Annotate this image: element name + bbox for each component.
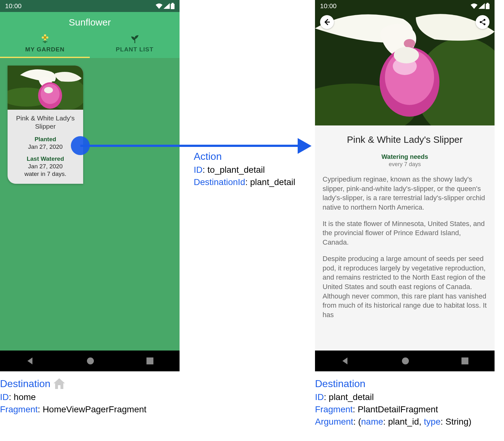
annotation-value: to_plant_detail (208, 165, 265, 175)
annotation-key: Fragment (0, 404, 38, 414)
battery-icon (486, 3, 490, 9)
annotation-key: Fragment (315, 404, 353, 414)
arrow-left-icon (323, 18, 331, 26)
tab-plant-list[interactable]: PLANT LIST (90, 32, 180, 58)
svg-point-27 (480, 21, 482, 23)
svg-rect-15 (146, 357, 153, 364)
status-time: 10:00 (320, 2, 337, 10)
svg-rect-0 (171, 4, 175, 9)
svg-point-5 (42, 37, 44, 39)
svg-point-14 (87, 357, 94, 364)
annotation-heading: Destination (315, 377, 472, 391)
app-bar: Sunflower MY GARDEN PLANT LIST (0, 12, 180, 58)
app-title: Sunflower (0, 17, 180, 32)
wifi-icon (156, 3, 163, 9)
svg-rect-30 (461, 357, 468, 364)
annotation-key: ID (315, 392, 324, 402)
destination-right-annotation: Destination ID: plant_detail Fragment: P… (315, 377, 472, 428)
status-icons (156, 3, 175, 9)
annotation-value: plant_detail (250, 177, 295, 187)
plant-detail-title: Pink & White Lady's Slipper (323, 134, 487, 145)
svg-point-19 (404, 39, 415, 48)
card-body: Pink & White Lady's Slipper Planted Jan … (8, 110, 83, 184)
plant-description: Cypripedium reginae, known as the showy … (323, 175, 487, 320)
destination-left-annotation: Destination ID: home Fragment: HomeViewP… (0, 377, 146, 415)
share-button[interactable] (476, 15, 490, 29)
status-bar: 10:00 (315, 0, 495, 12)
share-icon (479, 18, 486, 26)
annotation-value: String (445, 417, 468, 426)
annotation-key: Argument (315, 417, 353, 426)
planted-label: Planted (11, 136, 80, 143)
detail-content: Pink & White Lady's Slipper Watering nee… (315, 125, 495, 351)
watering-label: Watering needs (323, 153, 487, 160)
water-in: water in 7 days. (11, 171, 80, 177)
recents-nav-icon[interactable] (461, 357, 468, 364)
recents-nav-icon[interactable] (146, 357, 153, 364)
status-time: 10:00 (5, 2, 22, 10)
svg-rect-25 (487, 3, 489, 4)
system-nav-bar (315, 351, 495, 371)
watering-value: every 7 days (323, 161, 487, 168)
back-nav-icon[interactable] (341, 357, 349, 365)
watered-date: Jan 27, 2020 (11, 163, 80, 170)
annotation-key: ID (0, 392, 9, 402)
description-paragraph: It is the state flower of Minnesota, Uni… (323, 219, 487, 247)
annotation-value: plant_id (388, 417, 419, 426)
system-nav-bar (0, 351, 180, 371)
svg-point-26 (484, 19, 485, 21)
tab-row: MY GARDEN PLANT LIST (0, 32, 180, 58)
status-icons (471, 3, 490, 9)
plant-thumbnail (8, 66, 83, 110)
home-nav-icon[interactable] (402, 357, 409, 365)
flower-icon (41, 34, 49, 44)
svg-rect-1 (172, 3, 174, 4)
detail-screen-mockup: 10:00 Pink & White Lady's Slipper Wateri… (315, 0, 495, 371)
annotation-key: name (361, 417, 383, 426)
sprout-icon (130, 34, 140, 44)
watered-label: Last Watered (11, 155, 80, 162)
home-icon (54, 378, 65, 389)
back-button[interactable] (320, 15, 334, 29)
svg-point-6 (46, 37, 48, 39)
annotation-value: plant_detail (329, 392, 374, 402)
tab-my-garden[interactable]: MY GARDEN (0, 32, 90, 58)
signal-icon (478, 3, 485, 9)
svg-point-29 (402, 357, 409, 364)
svg-point-28 (484, 23, 485, 25)
plant-hero-image: 10:00 (315, 0, 495, 125)
svg-point-3 (44, 34, 46, 37)
wifi-icon (471, 3, 478, 9)
svg-point-2 (44, 36, 46, 39)
annotation-value: home (14, 392, 36, 402)
planted-date: Jan 27, 2020 (11, 143, 80, 150)
svg-point-23 (394, 47, 419, 63)
signal-icon (163, 3, 170, 9)
annotation-key: type (424, 417, 441, 426)
annotation-heading: Action (194, 149, 295, 164)
annotation-heading: Destination (0, 377, 146, 391)
tab-label: PLANT LIST (90, 46, 180, 53)
garden-content: Pink & White Lady's Slipper Planted Jan … (0, 58, 180, 353)
battery-icon (171, 3, 175, 9)
plant-card[interactable]: Pink & White Lady's Slipper Planted Jan … (8, 66, 83, 184)
annotation-value: HomeViewPagerFragment (43, 404, 146, 414)
svg-point-13 (44, 87, 53, 93)
plant-name: Pink & White Lady's Slipper (11, 114, 80, 131)
status-bar: 10:00 (0, 0, 180, 12)
home-nav-icon[interactable] (87, 357, 94, 365)
annotation-key: DestinationId (194, 177, 245, 187)
description-paragraph: Cypripedium reginae, known as the showy … (323, 175, 487, 212)
svg-point-12 (41, 84, 60, 104)
description-paragraph: Despite producing a large amount of seed… (323, 254, 487, 320)
back-nav-icon[interactable] (26, 357, 34, 365)
annotation-key: ID (194, 165, 203, 175)
svg-rect-24 (486, 4, 490, 9)
annotation-value: PlantDetailFragment (358, 404, 438, 414)
action-annotation: Action ID: to_plant_detail DestinationId… (194, 149, 295, 188)
tab-label: MY GARDEN (0, 46, 90, 53)
home-screen-mockup: 10:00 Sunflower MY GARDEN PLANT LIST (0, 0, 180, 371)
arrow-head-icon (298, 138, 312, 154)
